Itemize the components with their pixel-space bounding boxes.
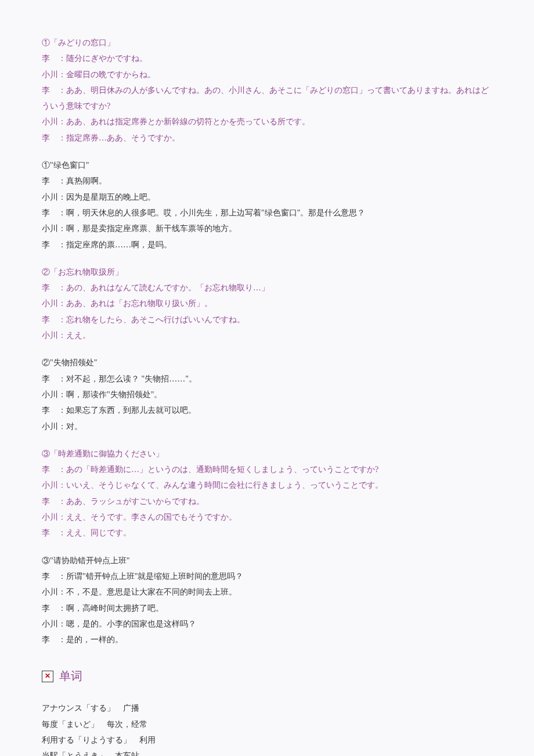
dialogue-line: 李 ：是的，一样的。 (42, 632, 492, 647)
dialogue-title: ③「時差通勤に御協力ください」 (42, 446, 492, 462)
dialogue-title: ①「みどりの窓口」 (42, 35, 492, 51)
dialogue-1-jp: ①「みどりの窓口」 李 ：随分にぎやかですね。 小川：金曜日の晩ですからね。 李… (42, 35, 492, 146)
dialogue-3-jp: ③「時差通勤に御協力ください」 李 ：あの「時差通勤に…」というのは、通勤時間を… (42, 446, 492, 541)
dialogue-line: 小川：ええ。 (42, 327, 492, 343)
dialogue-title: ①"绿色窗口" (42, 157, 492, 173)
vocab-item: アナウンス「する」 广播 (42, 700, 492, 716)
vocab-item: 利用する「りようする」 利用 (42, 732, 492, 748)
dialogue-line: 李 ：所谓"错开钟点上班"就是缩短上班时间的意思吗？ (42, 568, 492, 584)
dialogue-line: 小川：因为是星期五的晚上吧。 (42, 189, 492, 205)
dialogue-line: 李 ：啊，高峰时间太拥挤了吧。 (42, 600, 492, 616)
dialogue-line: 小川：不，不是。意思是让大家在不同的时间去上班。 (42, 584, 492, 600)
dialogue-line: 小川：啊，那读作"失物招领处"。 (42, 387, 492, 402)
dialogue-title: ②「お忘れ物取扱所」 (42, 264, 492, 280)
dialogue-line: 小川：ああ、あれは指定席券とか新幹線の切符とかを売っている所です。 (42, 114, 492, 129)
dialogue-line: 李 ：あの「時差通勤に…」というのは、通勤時間を短くしましょう、っていうことです… (42, 462, 492, 477)
dialogue-line: 李 ：如果忘了东西，到那儿去就可以吧。 (42, 402, 492, 418)
dialogue-line: 李 ：对不起，那怎么读？ "失物招……"。 (42, 371, 492, 387)
dialogue-line: 李 ：随分にぎやかですね。 (42, 51, 492, 66)
vocab-section-heading: 单词 (42, 665, 492, 687)
dialogue-2-cn: ②"失物招领处" 李 ：对不起，那怎么读？ "失物招……"。 小川：啊，那读作"… (42, 355, 492, 434)
vocab-item: 毎度「まいど」 每次，经常 (42, 717, 492, 732)
vocab-heading-text: 单词 (59, 665, 82, 687)
dialogue-line: 小川：金曜日の晩ですからね。 (42, 67, 492, 82)
dialogue-1-cn: ①"绿色窗口" 李 ：真热闹啊。 小川：因为是星期五的晚上吧。 李 ：啊，明天休… (42, 157, 492, 253)
dialogue-line: 李 ：ええ、同じです。 (42, 525, 492, 541)
dialogue-line: 李 ：ああ、明日休みの人が多いんですね。あの、小川さん、あそこに「みどりの窓口」… (42, 82, 492, 114)
dialogue-line: 小川：ああ、あれは「お忘れ物取り扱い所」。 (42, 296, 492, 311)
dialogue-2-jp: ②「お忘れ物取扱所」 李 ：あの、あれはなんて読むんですか。「お忘れ物取り…」 … (42, 264, 492, 343)
dialogue-line: 小川：いいえ、そうじゃなくて、みんな違う時間に会社に行きましょう、っていうことで… (42, 477, 492, 493)
dialogue-line: 李 ：真热闹啊。 (42, 173, 492, 189)
vocab-item: 当駅「とうえき」 本车站 (42, 748, 492, 756)
dialogue-3-cn: ③"请协助错开钟点上班" 李 ：所谓"错开钟点上班"就是缩短上班时间的意思吗？ … (42, 553, 492, 648)
dialogue-line: 小川：嗯，是的。小李的国家也是这样吗？ (42, 616, 492, 632)
dialogue-line: 李 ：啊，明天休息的人很多吧。哎，小川先生，那上边写着"绿色窗口"。那是什么意思… (42, 205, 492, 221)
dialogue-line: 李 ：指定席券…ああ、そうですか。 (42, 130, 492, 146)
dialogue-line: 小川：啊，那是卖指定座席票、新干线车票等的地方。 (42, 221, 492, 236)
dialogue-line: 李 ：ああ、ラッシュがすごいからですね。 (42, 494, 492, 509)
dialogue-line: 小川：对。 (42, 419, 492, 434)
dialogue-line: 李 ：忘れ物をしたら、あそこへ行けばいいんですね。 (42, 312, 492, 327)
dialogue-title: ③"请协助错开钟点上班" (42, 553, 492, 568)
vocab-list: アナウンス「する」 广播 毎度「まいど」 每次，经常 利用する「りようする」 利… (42, 700, 492, 756)
dialogue-line: 李 ：指定座席的票……啊，是吗。 (42, 237, 492, 253)
dialogue-title: ②"失物招领处" (42, 355, 492, 370)
broken-image-icon (42, 671, 53, 682)
dialogue-line: 李 ：あの、あれはなんて読むんですか。「お忘れ物取り…」 (42, 280, 492, 296)
dialogue-line: 小川：ええ、そうです。李さんの国でもそうですか。 (42, 509, 492, 525)
